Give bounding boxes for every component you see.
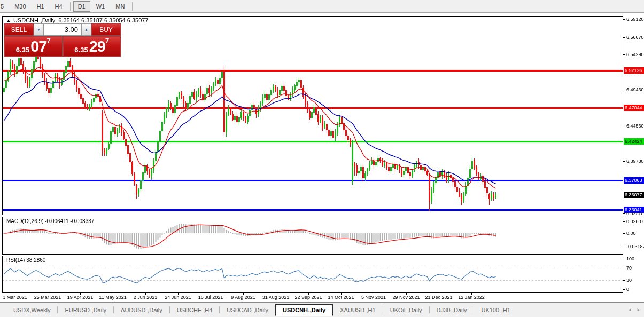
tab-audusd-daily[interactable]: AUDUSD-,Daily — [114, 304, 169, 316]
tab-xauusd-h1[interactable]: XAUUSD-,H1 — [333, 304, 383, 316]
price-axis-label: 6.54290 — [626, 52, 644, 57]
macd-axis-label: 0.02607 — [626, 219, 644, 224]
rsi-header: RSI(14) 38.2860 — [6, 257, 45, 263]
price-tick — [623, 126, 625, 126]
rsi-value: 38.2860 — [26, 257, 45, 263]
rsi-tick — [623, 289, 625, 290]
timeframe-button-d1[interactable]: D1 — [73, 1, 90, 12]
price-tick — [623, 54, 625, 55]
timeframe-button-w1[interactable]: W1 — [91, 1, 110, 12]
macd-main-value: -0.006411 — [45, 218, 68, 224]
date-axis-label: 29 Nov 2021 — [392, 295, 420, 300]
tab-scroll-right-icon[interactable]: ► — [637, 307, 641, 312]
collapse-triangle-icon[interactable]: ▲ — [6, 18, 11, 23]
date-axis-label: 9 Aug 2021 — [231, 295, 255, 300]
toolbar-separator — [132, 2, 133, 11]
rsi-tick — [623, 268, 625, 268]
rsi-canvas[interactable] — [3, 256, 623, 292]
tab-scroll-left-icon[interactable]: ◄ — [627, 307, 632, 312]
sell-price-point: 7 — [46, 37, 50, 44]
rsi-axis-label: 0 — [626, 287, 629, 292]
price-level-tag: 6.47044 — [624, 105, 644, 111]
price-axis-label: 6.56670 — [626, 35, 644, 40]
tab-usdchf-h4[interactable]: USDCHF-,H4 — [170, 304, 220, 316]
price-tick — [623, 19, 625, 20]
date-axis-label: 25 Mar 2021 — [34, 295, 61, 300]
price-tick — [623, 37, 625, 38]
macd-tick — [623, 247, 625, 247]
macd-name-label: MACD(12,26,9) — [6, 218, 43, 224]
price-axis-label: 6.59120 — [626, 17, 644, 22]
sell-button[interactable]: SELL — [4, 23, 34, 36]
macd-tick — [623, 221, 625, 222]
buy-price-display[interactable]: 6.35 29 7 — [63, 36, 121, 57]
tab-usdcad-daily[interactable]: USDCAD-,Daily — [220, 304, 275, 316]
timeframe-button-h1[interactable]: H1 — [32, 1, 49, 12]
sell-price-pips: 07 — [30, 39, 46, 54]
macd-axis-label: 0.00 — [626, 231, 636, 236]
date-axis-label: 2 Jun 2021 — [134, 295, 158, 300]
price-tick — [623, 90, 625, 90]
tab-eurusd-daily[interactable]: EURUSD-,Daily — [58, 304, 113, 316]
buy-button[interactable]: BUY — [91, 23, 121, 36]
tab-usdx-weekly[interactable]: USDX,Weekly — [6, 304, 57, 316]
macd-indicator-panel[interactable] — [2, 217, 623, 255]
rsi-axis-label: 100 — [626, 256, 634, 261]
timeframe-button-mn[interactable]: MN — [111, 1, 129, 12]
rsi-axis-label: 30 — [626, 278, 632, 283]
date-axis-label: 3 Mar 2021 — [3, 295, 27, 300]
price-level-tag: 6.42424 — [624, 138, 644, 145]
symbol-period-label: USDCNH-,Daily — [13, 17, 55, 23]
tab-uk100-h1[interactable]: UK100-,H1 — [474, 304, 517, 316]
date-axis-label: 21 Dec 2021 — [425, 295, 452, 300]
tab-usdcnh-daily[interactable]: USDCNH-,Daily — [275, 304, 333, 316]
chart-header: ▲USDCNH-,Daily 6.35164 6.35187 6.35054 6… — [6, 17, 149, 23]
rsi-tick — [623, 259, 625, 259]
rsi-name-label: RSI(14) — [6, 257, 25, 263]
price-axis-label: 6.39730 — [626, 158, 644, 164]
ohlc-values: 6.35164 6.35187 6.35054 6.35077 — [58, 17, 148, 23]
volume-increase-button[interactable]: ▲ — [81, 23, 91, 36]
timeframe-button-m30[interactable]: M30 — [10, 1, 30, 12]
date-axis-label: 22 Sep 2021 — [294, 295, 322, 300]
buy-price-point: 7 — [105, 37, 109, 44]
macd-tick — [623, 233, 625, 234]
timeframe-toolbar: 5M30H1H4D1W1MN — [0, 0, 644, 13]
buy-price-base: 6.35 — [74, 45, 88, 54]
date-axis-label: 16 Jul 2021 — [198, 295, 223, 300]
price-level-tag: 6.33041 — [624, 207, 644, 213]
date-axis-label: 31 Aug 2021 — [262, 295, 290, 300]
price-tick — [623, 213, 625, 214]
tab-ukoil-daily[interactable]: UKOil-,Daily — [383, 304, 429, 316]
price-axis-label: 6.44560 — [626, 123, 644, 129]
rsi-indicator-panel[interactable] — [2, 256, 623, 293]
time-axis[interactable]: 3 Mar 202125 Mar 202119 Apr 202111 May 2… — [2, 294, 623, 302]
sell-price-display[interactable]: 6.35 07 7 — [4, 36, 63, 57]
toolbar-separator — [70, 2, 71, 11]
one-click-trading-panel: SELL ▼ ▲ BUY 6.35 07 7 6.35 29 7 — [4, 23, 121, 57]
tab-dj30-daily[interactable]: DJ30-,Daily — [430, 304, 474, 316]
date-axis-label: 14 Oct 2021 — [328, 295, 354, 300]
price-axis-label: 6.49460 — [626, 87, 644, 92]
macd-axis-label: -0.03187 — [626, 244, 644, 249]
current-price-tag: 6.35077 — [624, 192, 644, 198]
price-level-tag: 6.52126 — [624, 67, 644, 74]
date-axis-label: 11 May 2021 — [99, 295, 126, 300]
volume-decrease-button[interactable]: ▼ — [34, 23, 44, 36]
macd-header: MACD(12,26,9) -0.006411 -0.003337 — [6, 218, 94, 224]
rsi-tick — [623, 280, 625, 281]
mt4-window: 5M30H1H4D1W1MN ▲USDCNH-,Daily 6.35164 6.… — [0, 0, 644, 317]
timeframe-button-5[interactable]: 5 — [0, 1, 9, 12]
price-level-tag: 6.37063 — [624, 177, 644, 184]
buy-price-pips: 29 — [89, 39, 105, 54]
timeframe-button-h4[interactable]: H4 — [50, 1, 67, 12]
date-axis-label: 19 Apr 2021 — [67, 295, 94, 300]
macd-canvas[interactable] — [3, 217, 623, 254]
date-axis-label: 5 Nov 2021 — [361, 295, 386, 300]
date-axis-label: 24 Jun 2021 — [165, 295, 191, 300]
volume-input[interactable] — [44, 23, 81, 36]
date-axis-label: 12 Jan 2022 — [458, 295, 485, 300]
macd-signal-value: -0.003337 — [70, 218, 94, 224]
rsi-axis-label: 70 — [626, 265, 632, 271]
chart-tab-bar: USDX,WeeklyEURUSD-,DailyAUDUSD-,DailyUSD… — [0, 302, 644, 317]
